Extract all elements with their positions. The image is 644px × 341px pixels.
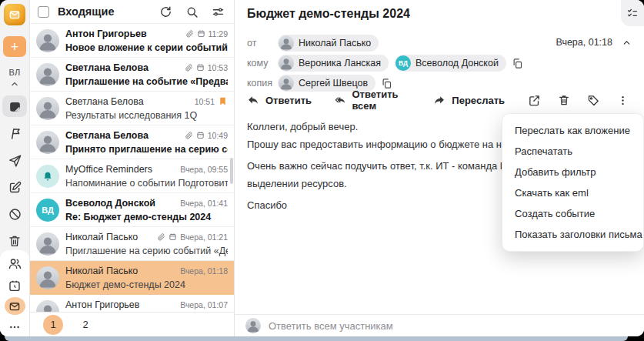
- dots-horizontal-icon: [8, 321, 21, 333]
- recipient-chip[interactable]: Николай Пасько: [278, 35, 379, 52]
- sidebar-item-inbox[interactable]: [2, 95, 27, 117]
- photo-avatar: [36, 232, 59, 256]
- calendar-app-button[interactable]: [2, 276, 27, 295]
- email-subject: Бюджет демо-стенды 2024: [247, 7, 410, 21]
- cc-label: копия: [247, 78, 278, 89]
- chevron-up-icon[interactable]: [10, 79, 19, 89]
- list-scrollbar[interactable]: [230, 158, 233, 184]
- photo-avatar: [36, 266, 59, 289]
- photo-avatar: [36, 97, 59, 120]
- open-in-new-icon[interactable]: [528, 94, 541, 107]
- menu-item[interactable]: Распечатать: [502, 141, 643, 162]
- sidebar-item-sent[interactable]: [2, 149, 27, 171]
- sender-name: Светлана Белова: [65, 62, 180, 73]
- sidebar-item-spam[interactable]: [2, 203, 27, 225]
- myoffice-mail-logo-icon[interactable]: [4, 4, 25, 25]
- more-apps-button[interactable]: [2, 318, 27, 336]
- tag-icon[interactable]: [587, 94, 600, 107]
- select-all-checkbox[interactable]: [38, 6, 49, 18]
- calendar-icon: [8, 279, 22, 293]
- sender-name: Светлана Белова: [65, 96, 190, 107]
- filter-tune-icon[interactable]: [212, 5, 225, 18]
- message-time: Вчера, 09:55: [180, 165, 228, 174]
- photo-avatar: [36, 29, 59, 52]
- sidebar-item-trash[interactable]: [2, 230, 27, 252]
- compose-button[interactable]: +: [3, 36, 26, 57]
- contacts-app-button[interactable]: [2, 255, 27, 273]
- sidebar-item-drafts[interactable]: [2, 176, 27, 198]
- photo-avatar: [279, 35, 294, 51]
- list-item[interactable]: Светлана Белова10:51Результаты исследова…: [30, 92, 234, 125]
- message-snippet: Принято приглашение на серию событий «…: [65, 144, 228, 155]
- trash-icon: [8, 234, 22, 248]
- calendar-event-icon: [196, 131, 205, 139]
- profile-avatar[interactable]: ВЛ: [0, 68, 29, 77]
- initials-avatar: ВД: [395, 55, 411, 71]
- tasks-flap-button[interactable]: [621, 0, 644, 26]
- calendar-event-icon: [197, 29, 205, 38]
- message-time: 10:49: [208, 131, 228, 140]
- menu-item[interactable]: Показать заголовки письма: [502, 224, 643, 245]
- collapse-chevron-up-icon[interactable]: [622, 38, 632, 48]
- list-item[interactable]: ВДВсеволод ДонскойВчера, 01:41Re: Бюджет…: [30, 193, 234, 227]
- recipient-name: Сергей Швецов: [299, 78, 368, 89]
- message-snippet: Результаты исследования 1Q: [65, 110, 228, 121]
- menu-item[interactable]: Скачать как eml: [502, 182, 643, 203]
- checklist-icon: [626, 7, 639, 19]
- paper-plane-icon: [8, 153, 22, 168]
- menu-item[interactable]: Создать событие: [502, 203, 643, 224]
- reply-all-button[interactable]: Ответить всем: [335, 89, 410, 112]
- recipient-chip[interactable]: ВДВсеволод Донской: [395, 55, 506, 72]
- from-label: от: [247, 38, 278, 48]
- mail-app-button[interactable]: [5, 297, 25, 315]
- list-item[interactable]: Николай ПаськоВчера, 01:21Приглашение на…: [30, 227, 234, 261]
- list-item[interactable]: Светлана Белова10:49Принято приглашение …: [30, 125, 234, 159]
- from-row: от Николай Пасько Вчера, 01:18: [247, 34, 632, 52]
- list-item[interactable]: Николай ПаськоВчера, 01:18Бюджет демо-ст…: [30, 261, 234, 295]
- message-toolbar: Ответить Ответить всем Переслать: [247, 90, 629, 110]
- list-item[interactable]: MyOffice RemindersВчера, 09:55Напоминани…: [30, 159, 234, 193]
- user-avatar: [245, 318, 261, 333]
- list-item[interactable]: Светлана Белова10:53Приглашение на событ…: [30, 58, 234, 92]
- sidebar-item-flagged[interactable]: [2, 122, 27, 144]
- sender-name: Светлана Белова: [65, 130, 180, 141]
- photo-avatar: [279, 75, 294, 91]
- rail-app-switcher: [0, 250, 29, 336]
- message-time: Вчера, 01:07: [180, 300, 228, 309]
- reply-button[interactable]: Ответить: [247, 94, 312, 106]
- kebab-menu-icon[interactable]: [617, 95, 629, 106]
- email-date: Вчера, 01:18: [556, 37, 612, 48]
- initials-avatar: ВД: [36, 199, 59, 222]
- mail-app-window: + ВЛ: [0, 0, 644, 336]
- quick-reply-bar[interactable]: Ответить всем участникам: [235, 314, 644, 336]
- attachment-icon: [185, 131, 193, 139]
- message-time: 10:53: [208, 63, 228, 72]
- page-button[interactable]: 2: [75, 315, 95, 335]
- compose-pencil-icon: [8, 180, 22, 195]
- sender-name: Антон Григорьев: [65, 299, 175, 310]
- attachment-icon: [185, 29, 194, 38]
- message-snippet: Приглашение на событие «Предварительно…: [65, 76, 228, 87]
- message-time: Вчера, 01:41: [180, 199, 228, 208]
- delete-icon[interactable]: [558, 94, 570, 106]
- menu-item[interactable]: Переслать как вложение: [502, 120, 643, 141]
- copy-cc-button[interactable]: [381, 78, 392, 89]
- photo-avatar: [279, 55, 294, 71]
- envelope-icon: [8, 300, 21, 313]
- recipient-chip[interactable]: Вероника Ланская: [278, 55, 389, 72]
- attachment-icon: [157, 232, 165, 241]
- menu-item[interactable]: Добавить фильтр: [502, 162, 643, 182]
- search-icon[interactable]: [185, 5, 199, 18]
- inbox-icon: [8, 99, 22, 114]
- refresh-icon[interactable]: [159, 5, 172, 18]
- to-row: кому Вероника ЛанскаяВДВсеволод Донской: [247, 54, 632, 72]
- page-button[interactable]: 1: [43, 315, 63, 335]
- list-item[interactable]: Антон Григорьев11:29Новое вложение к сер…: [30, 24, 234, 58]
- photo-avatar: [36, 63, 59, 86]
- forward-button[interactable]: Переслать: [433, 94, 505, 106]
- message-rows: Антон Григорьев11:29Новое вложение к сер…: [30, 24, 234, 312]
- list-item[interactable]: Антон ГригорьевВчера, 01:07: [30, 295, 234, 312]
- message-time: 11:29: [209, 29, 229, 38]
- message-snippet: Re: Бюджет демо-стенды 2024: [65, 212, 228, 222]
- copy-recipients-button[interactable]: [512, 58, 523, 69]
